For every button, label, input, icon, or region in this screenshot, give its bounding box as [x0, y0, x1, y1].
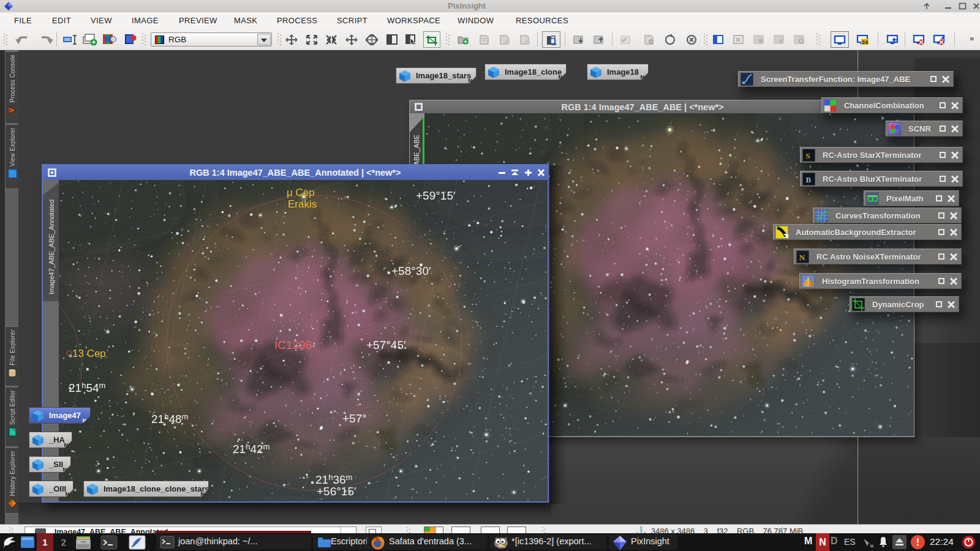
svg-text:B: B	[806, 174, 812, 184]
svg-text:24: 24	[862, 39, 868, 45]
svg-text:S: S	[806, 151, 810, 160]
svg-text:Image47_ABE_ABE_Annotated: Image47_ABE_ABE_Annotated	[48, 200, 55, 294]
svg-text:N: N	[799, 252, 805, 261]
